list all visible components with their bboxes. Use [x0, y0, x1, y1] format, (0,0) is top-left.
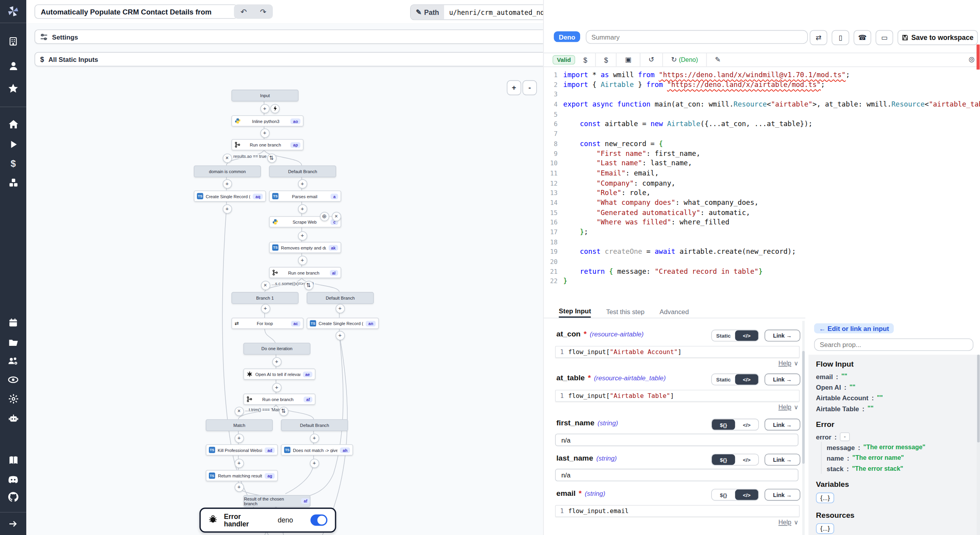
at-table-link-button[interactable]: Link →	[764, 374, 800, 385]
prop-entry[interactable]: message:"The error message"	[827, 442, 976, 452]
add-step-button[interactable]: +	[260, 104, 269, 113]
tab-step-input[interactable]: Step Input	[559, 305, 591, 318]
node-run-one-branch-al[interactable]: Run one branch al	[269, 267, 341, 278]
sidebar-item-workspace[interactable]	[0, 35, 26, 48]
toggle-code[interactable]: </>	[735, 454, 758, 465]
sidebar-item-runs[interactable]	[0, 138, 26, 150]
sidebar-item-workers[interactable]	[0, 412, 26, 424]
node-create-single-record-aq[interactable]: TS Create Single Record (Airtable) aq	[194, 190, 266, 202]
github-icon[interactable]	[0, 491, 26, 503]
reset-icon[interactable]: ↺	[640, 53, 662, 67]
edit-or-link-input-button[interactable]: ← Edit or link an input	[814, 324, 894, 334]
add-step-button[interactable]: +	[234, 433, 244, 443]
error-handler-toggle[interactable]	[310, 515, 327, 526]
add-step-button[interactable]: +	[310, 433, 319, 443]
prop-entry[interactable]: Open AI:""	[816, 381, 977, 392]
sidebar-item-home[interactable]	[0, 118, 26, 130]
discord-icon[interactable]	[0, 473, 26, 486]
trigger-lightning-icon[interactable]	[270, 104, 279, 113]
library-icon[interactable]: ▭	[876, 30, 893, 45]
sync-icon[interactable]: ⇄	[810, 30, 828, 45]
add-step-button[interactable]: +	[234, 482, 244, 492]
add-step-button[interactable]: +	[272, 383, 281, 392]
add-step-button[interactable]: +	[298, 231, 307, 240]
sidebar-item-folders[interactable]	[0, 336, 26, 349]
reload-assistant-icon[interactable]: ↻(Deno)	[663, 53, 706, 67]
package-icon[interactable]: ▣	[617, 53, 640, 67]
first-name-input[interactable]	[555, 434, 799, 446]
diff-view-icon[interactable]: ◎	[969, 55, 975, 63]
toggle-static[interactable]: Static	[712, 330, 735, 341]
toggle-template[interactable]: ${}	[712, 454, 735, 465]
add-step-button[interactable]: +	[310, 458, 319, 468]
code-editor[interactable]: 1import * as wmill from "https://deno.la…	[544, 70, 980, 301]
mobile-view-icon[interactable]: ▯	[832, 30, 849, 45]
add-step-button[interactable]: +	[222, 179, 232, 188]
node-kill-professional-websites[interactable]: TS Kill Professional Websites mentions a…	[206, 444, 278, 455]
variables-expand-button[interactable]: {...}	[816, 493, 834, 503]
sidebar-item-settings[interactable]	[0, 392, 26, 405]
prop-picker-scrollbar[interactable]	[976, 355, 980, 535]
variable-picker-icon[interactable]: $	[575, 53, 595, 67]
node-default-branch-3[interactable]: Default Branch	[281, 419, 348, 431]
toggle-template[interactable]: ${}	[712, 419, 735, 430]
language-badge[interactable]: Deno	[554, 31, 581, 42]
sidebar-item-docs[interactable]	[0, 454, 26, 466]
swap-branch-button[interactable]: ⇅	[279, 407, 288, 416]
node-removes-empty-duplicates[interactable]: TS Removes empty and duplicates ak	[269, 242, 341, 253]
collapse-sidebar-icon[interactable]	[0, 518, 26, 530]
node-branch-domain[interactable]: domain is common	[194, 165, 261, 177]
node-inline-python3[interactable]: Inline python3 ao	[231, 115, 303, 127]
first-name-link-button[interactable]: Link →	[764, 419, 800, 430]
add-step-button[interactable]: +	[260, 128, 269, 137]
add-step-button[interactable]: +	[298, 255, 307, 265]
node-run-one-branch-af[interactable]: Run one branch af	[243, 394, 316, 405]
node-create-single-record-an[interactable]: TS Create Single Record (Airtable) an	[307, 318, 379, 329]
delete-node-button[interactable]: ×	[332, 211, 341, 221]
node-return-matching-result[interactable]: TS Return matching result ag	[206, 470, 278, 481]
toggle-code[interactable]: </>	[735, 490, 758, 500]
swap-branch-button[interactable]: ⇅	[304, 280, 313, 290]
add-step-button[interactable]: +	[234, 458, 244, 468]
remove-condition-button[interactable]: ×	[234, 407, 244, 416]
help-link[interactable]: Help∨	[732, 519, 799, 526]
remove-condition-button[interactable]: ×	[261, 280, 270, 290]
help-link[interactable]: Help∨	[732, 360, 799, 367]
node-run-one-branch-ap[interactable]: Run one branch ap	[231, 139, 303, 150]
resource-picker-icon[interactable]: $	[596, 53, 616, 67]
prop-entry-error[interactable]: error:-	[816, 431, 977, 442]
sidebar-item-variables[interactable]: $	[0, 157, 26, 169]
add-step-button[interactable]: +	[261, 304, 270, 313]
prop-search-input[interactable]	[814, 338, 973, 351]
node-for-loop[interactable]: ⇄ For loop ac	[231, 318, 303, 329]
sidebar-item-user[interactable]	[0, 60, 26, 72]
sidebar-item-resources[interactable]	[0, 176, 26, 189]
node-does-not-match[interactable]: TS Does not match -> gives empty value a…	[281, 444, 353, 455]
node-input[interactable]: Input	[231, 90, 298, 101]
sidebar-item-schedules[interactable]	[0, 316, 26, 329]
prop-entry[interactable]: Airtable Table:""	[816, 403, 977, 414]
remove-condition-button[interactable]: ×	[222, 153, 232, 163]
at-table-expression[interactable]: 1 flow_input["Airtable Table"]	[555, 390, 800, 401]
email-link-button[interactable]: Link →	[764, 489, 800, 501]
summary-input[interactable]	[586, 30, 808, 44]
node-branch-1[interactable]: Branch 1	[231, 292, 298, 304]
add-step-button[interactable]: +	[222, 204, 232, 213]
add-step-button[interactable]: +	[335, 331, 345, 340]
toggle-code[interactable]: </>	[735, 419, 758, 430]
toggle-code[interactable]: </>	[735, 330, 758, 341]
add-step-button[interactable]: +	[335, 304, 345, 313]
sidebar-item-favorites[interactable]	[0, 82, 26, 95]
toggle-template[interactable]: ${}	[712, 490, 735, 500]
at-con-expression[interactable]: 1 flow_input["Airtable Account"]	[555, 346, 800, 358]
add-step-button[interactable]: +	[272, 357, 281, 366]
node-default-branch-1[interactable]: Default Branch	[269, 165, 336, 177]
form-scrollbar[interactable]	[802, 321, 804, 535]
add-step-button[interactable]: +	[298, 204, 307, 213]
help-link[interactable]: Help∨	[732, 403, 799, 410]
flow-title-input[interactable]: Automatically Populate CRM Contact Detai…	[34, 4, 238, 19]
resources-expand-button[interactable]: {...}	[816, 523, 834, 534]
node-scrape-web[interactable]: Scrape Web c	[269, 216, 341, 228]
toggle-static[interactable]: Static	[712, 374, 735, 385]
save-to-workspace-button[interactable]: Save to workspace	[898, 30, 978, 45]
